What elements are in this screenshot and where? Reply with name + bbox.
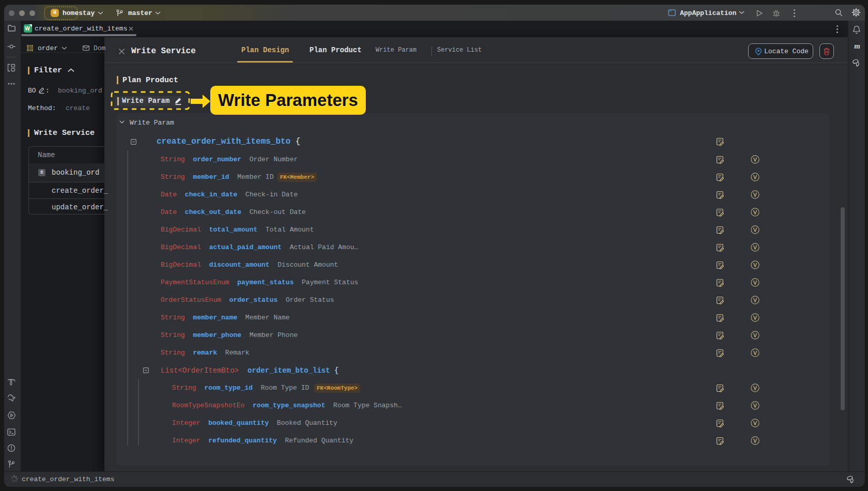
svg-text:W: W: [25, 26, 30, 32]
